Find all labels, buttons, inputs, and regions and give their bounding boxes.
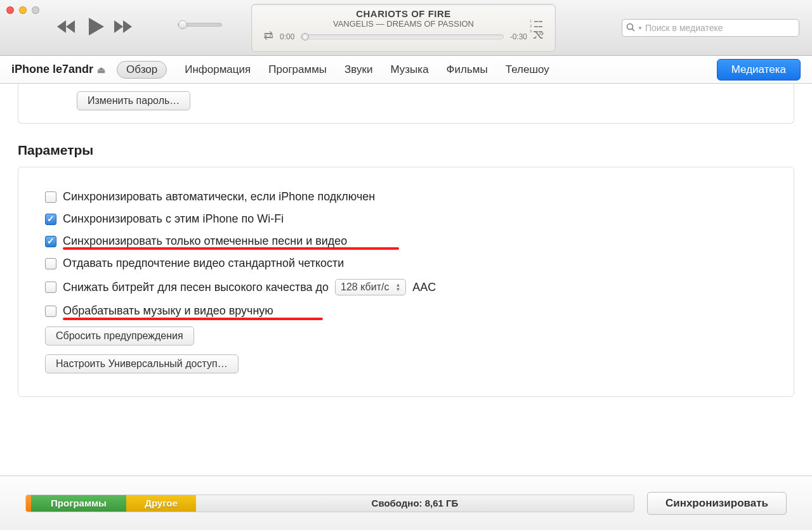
annotation-underline-2 [63, 318, 323, 320]
search-icon [626, 23, 635, 34]
tab-info[interactable]: Информация [185, 63, 251, 76]
checkbox-only-checked[interactable] [45, 236, 56, 247]
checkbox-wifi-sync[interactable] [45, 214, 56, 225]
parameters-heading: Параметры [18, 143, 794, 158]
label-lower-bitrate: Снижать битрейт для песен высокого качес… [63, 281, 329, 294]
library-button[interactable]: Медиатека [717, 59, 801, 81]
tab-programs[interactable]: Программы [268, 63, 327, 76]
capacity-programs: Программы [31, 495, 126, 512]
label-auto-sync: Синхронизировать автоматически, если iPh… [63, 190, 375, 204]
window-minimize-button[interactable] [19, 6, 27, 14]
tab-tvshows[interactable]: Телешоу [506, 63, 549, 76]
label-wifi-sync: Синхронизировать с этим iPhone по Wi-Fi [63, 212, 284, 226]
svg-marker-0 [57, 20, 66, 33]
svg-point-7 [627, 23, 633, 29]
time-remaining: -0:30 [510, 32, 527, 41]
previous-track-button[interactable] [57, 20, 76, 35]
eject-icon[interactable]: ⏏ [97, 65, 105, 75]
svg-marker-4 [123, 20, 132, 33]
tab-music[interactable]: Музыка [390, 63, 428, 76]
play-button[interactable] [86, 18, 104, 37]
search-chevron-icon[interactable]: ▼ [638, 25, 643, 31]
annotation-underline-1 [63, 247, 399, 250]
next-track-button[interactable] [114, 20, 133, 35]
label-prefer-sd: Отдавать предпочтение видео стандартной … [63, 257, 344, 270]
device-name: iPhone le7andr ⏏ [11, 63, 105, 76]
bitrate-select[interactable]: 128 кбит/с ▲▼ [335, 279, 406, 295]
label-only-checked: Синхронизировать только отмеченные песни… [63, 235, 347, 248]
reset-warnings-button[interactable]: Сбросить предупреждения [45, 326, 194, 346]
search-field[interactable]: ▼ [622, 19, 799, 37]
window-close-button[interactable] [6, 6, 14, 14]
capacity-misc [26, 495, 31, 512]
repeat-icon[interactable] [263, 31, 273, 42]
track-artist-album: VANGELIS — DREAMS OF PASSION [333, 19, 474, 29]
checkbox-lower-bitrate[interactable] [45, 281, 56, 293]
capacity-free: Свободно: 8,61 ГБ [196, 495, 634, 512]
label-manual: Обрабатывать музыку и видео вручную [63, 304, 273, 318]
parameters-panel: Синхронизировать автоматически, если iPh… [18, 167, 794, 397]
svg-marker-2 [89, 18, 104, 36]
checkbox-manual[interactable] [45, 306, 56, 317]
now-playing-display: CHARIOTS OF FIRE VANGELIS — DREAMS OF PA… [251, 4, 556, 52]
volume-slider[interactable] [178, 23, 222, 27]
time-elapsed: 0:00 [280, 32, 294, 41]
track-title: CHARIOTS OF FIRE [356, 8, 451, 19]
svg-marker-1 [66, 20, 75, 33]
window-zoom-button[interactable] [32, 6, 39, 14]
checkbox-prefer-sd[interactable] [45, 258, 56, 269]
tab-overview[interactable]: Обзор [117, 61, 167, 79]
change-password-button[interactable]: Изменить пароль… [77, 91, 190, 110]
checkbox-auto-sync[interactable] [45, 191, 56, 203]
search-input[interactable] [645, 23, 795, 33]
capacity-bar: Программы Другое Свободно: 8,61 ГБ [25, 494, 634, 512]
bitrate-codec: AAC [412, 281, 436, 294]
sync-button[interactable]: Синхронизировать [647, 492, 787, 515]
svg-line-8 [632, 29, 635, 31]
progress-slider[interactable] [301, 34, 503, 39]
tab-movies[interactable]: Фильмы [447, 63, 488, 76]
svg-marker-3 [114, 20, 123, 33]
playback-controls [57, 18, 133, 37]
tab-sounds[interactable]: Звуки [344, 63, 372, 76]
capacity-other: Другое [126, 495, 196, 512]
up-next-icon[interactable]: 1 ▬▬2 ▬▬3 ▬▬ [530, 19, 543, 34]
configure-access-button[interactable]: Настроить Универсальный доступ… [45, 354, 239, 373]
